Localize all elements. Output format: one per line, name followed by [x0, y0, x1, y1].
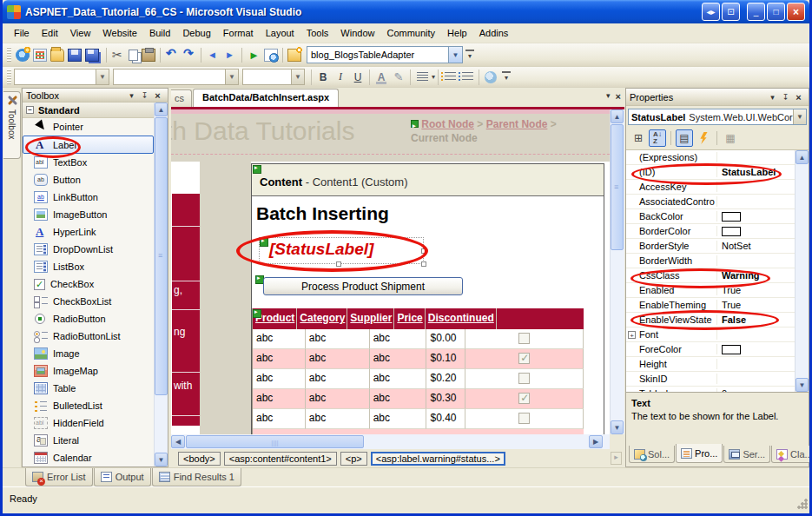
collapse-section-icon[interactable]: −: [26, 106, 34, 114]
toolbox-item[interactable]: CheckBoxList: [23, 293, 154, 310]
color-swatch[interactable]: [722, 345, 741, 354]
block-format-combobox[interactable]: ▼: [113, 69, 239, 85]
property-row[interactable]: (Expressions): [626, 150, 795, 165]
toolbar-button[interactable]: ▾: [49, 45, 66, 64]
toolbar-button[interactable]: ▾: [198, 45, 204, 64]
object-selector-combobox[interactable]: StatusLabel System.Web.UI.WebCor ▼: [628, 109, 807, 125]
discontinued-checkbox[interactable]: [518, 353, 530, 364]
scroll-up-icon[interactable]: ▲: [155, 103, 168, 116]
dock-tab[interactable]: Sol...: [629, 446, 675, 463]
property-value[interactable]: [717, 345, 795, 354]
control-glyph-icon[interactable]: [260, 238, 268, 247]
design-surface[interactable]: th Data Tutorials Root Node > Parent Nod…: [171, 109, 624, 434]
properties-titlebar[interactable]: Properties ▾ ↧ ×: [626, 89, 809, 106]
toolbox-item[interactable]: LinkButton: [23, 189, 154, 206]
property-pages-button[interactable]: ▦: [722, 129, 739, 147]
combobox-dropdown-icon[interactable]: ▼: [448, 47, 462, 63]
toolbar-button[interactable]: ▾: [221, 45, 239, 64]
status-label-control[interactable]: [StatusLabel]: [259, 237, 424, 264]
resize-handle[interactable]: [421, 261, 426, 267]
toolbox-item[interactable]: Literal: [23, 432, 154, 449]
font-size-combobox[interactable]: ▼: [242, 69, 305, 85]
highlight-button[interactable]: [390, 69, 407, 86]
discontinued-checkbox[interactable]: [518, 413, 530, 424]
property-row[interactable]: TabIndex 0: [626, 387, 795, 392]
toolbox-item[interactable]: BulletedList: [23, 397, 154, 414]
property-row[interactable]: BorderStyle NotSet: [626, 239, 795, 254]
toolbox-item[interactable]: ImageMap: [23, 362, 154, 380]
toolbox-item[interactable]: Table: [23, 380, 154, 397]
property-value[interactable]: StatusLabel: [717, 167, 795, 177]
combobox-dropdown-icon[interactable]: ▼: [793, 109, 806, 124]
gridview-header-cell[interactable]: Discontinued: [426, 308, 497, 329]
menu-item[interactable]: File: [8, 25, 36, 41]
property-value[interactable]: NotSet: [717, 241, 795, 251]
menu-item[interactable]: Format: [217, 25, 260, 41]
property-row[interactable]: Height: [626, 357, 795, 372]
scrollbar-thumb[interactable]: [611, 124, 624, 250]
toolbox-item[interactable]: RadioButton: [23, 310, 154, 327]
table-adapter-combobox[interactable]: blog_BlogsTableAdapter ▼: [307, 46, 463, 63]
menu-item[interactable]: Addins: [473, 25, 515, 41]
toolbox-item[interactable]: HyperLink: [23, 223, 154, 241]
bottom-tab[interactable]: Error List: [25, 468, 93, 486]
discontinued-checkbox[interactable]: [518, 373, 530, 384]
toolbox-item[interactable]: Button: [23, 171, 154, 189]
titlebar[interactable]: ASPNET_Data_Tutorial_66_CS - Microsoft V…: [3, 0, 809, 23]
menu-item[interactable]: Build: [143, 25, 176, 41]
gridview-row[interactable]: abc abc abc $0.10: [253, 349, 584, 369]
underline-button[interactable]: U: [349, 69, 366, 86]
color-swatch[interactable]: [722, 212, 741, 222]
property-row[interactable]: ForeColor: [626, 342, 795, 357]
property-value[interactable]: [717, 212, 795, 222]
events-button[interactable]: [695, 129, 712, 147]
toolbar-button[interactable]: ▾: [280, 45, 286, 64]
toolbox-item[interactable]: Label: [23, 136, 154, 154]
scroll-down-icon[interactable]: ▼: [155, 453, 168, 466]
toolbar-overflow-button-2[interactable]: ▾: [502, 71, 511, 83]
tag-navigator-item[interactable]: <asp:content#content1>: [224, 452, 337, 466]
toolbar-button[interactable]: ▾: [239, 45, 245, 64]
toolbar-button[interactable]: ▾: [181, 45, 198, 64]
toolbox-item[interactable]: DropDownList: [23, 241, 154, 258]
property-row[interactable]: SkinID: [626, 372, 795, 387]
color-swatch[interactable]: [722, 227, 741, 236]
resize-grip[interactable]: [797, 499, 808, 509]
menu-item[interactable]: View: [64, 25, 97, 41]
resize-handle[interactable]: [421, 248, 426, 254]
alphabetical-sort-button[interactable]: A↓Z: [649, 129, 666, 147]
discontinued-checkbox[interactable]: [518, 393, 530, 404]
toolbox-scrollbar[interactable]: ▲ ▼: [154, 103, 168, 466]
auto-hide-pin-icon[interactable]: ↧: [138, 89, 151, 102]
products-gridview[interactable]: ProductCategorySupplierPriceDiscontinued…: [252, 308, 584, 429]
scroll-right-icon[interactable]: ▶: [589, 435, 603, 448]
property-row[interactable]: AssociatedContro: [626, 195, 795, 209]
tag-navigator-more-icon[interactable]: ▸: [611, 452, 622, 465]
scrollbar-thumb[interactable]: [155, 117, 168, 395]
toolbar-button[interactable]: ▾: [245, 45, 262, 64]
toolbar-overflow-button[interactable]: ▾: [465, 50, 474, 61]
toolbar-button[interactable]: ▾: [140, 45, 157, 64]
toolbox-item[interactable]: ListBox: [23, 258, 154, 275]
properties-view-button[interactable]: ▤: [676, 129, 693, 147]
toolbox-item[interactable]: Pointer: [23, 118, 154, 136]
breadcrumb-parent-link[interactable]: Parent Node: [486, 118, 548, 130]
discontinued-checkbox[interactable]: [518, 333, 530, 344]
toolbar-button[interactable]: ▾: [127, 45, 140, 64]
property-row[interactable]: Enabled True: [626, 283, 795, 298]
toolbar-grip-2[interactable]: [7, 69, 11, 85]
design-horizontal-scrollbar[interactable]: ◀ ▶: [171, 434, 624, 449]
toolbar-button[interactable]: ▾: [286, 45, 303, 64]
categorized-button[interactable]: ⊞: [630, 129, 647, 147]
toolbox-item[interactable]: Calendar: [23, 449, 154, 466]
design-vertical-scrollbar[interactable]: ▲ ▼: [610, 109, 624, 434]
toolbox-collapsed-tab[interactable]: Toolbox: [3, 91, 21, 159]
toolbar-grip[interactable]: [7, 47, 11, 63]
align-left-button[interactable]: [413, 69, 431, 86]
tag-navigator-item[interactable]: <body>: [178, 452, 221, 466]
numbered-list-button[interactable]: [459, 69, 476, 86]
scroll-left-icon[interactable]: ◀: [171, 435, 185, 448]
properties-close-icon[interactable]: ×: [792, 90, 805, 103]
toolbox-item[interactable]: CheckBox: [23, 275, 154, 293]
tag-navigator-item[interactable]: <asp:label.warning#status...>: [371, 452, 505, 466]
